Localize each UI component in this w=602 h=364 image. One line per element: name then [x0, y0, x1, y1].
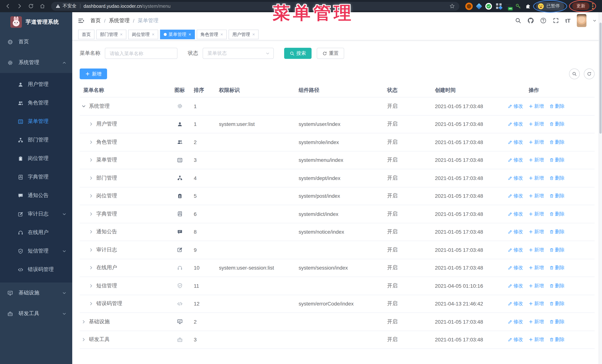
breadcrumb-system[interactable]: 系统管理 — [109, 17, 130, 24]
sidebar-item-dept[interactable]: 部门管理 — [0, 131, 72, 149]
sidebar-item-dev-tool[interactable]: 研发工具 — [0, 303, 72, 324]
breadcrumb-home[interactable]: 首页 — [90, 17, 101, 24]
close-icon[interactable]: × — [252, 32, 255, 37]
edit-link[interactable]: 修改 — [508, 157, 523, 164]
edit-link[interactable]: 修改 — [508, 103, 523, 110]
avatar-caret-down-icon[interactable] — [593, 19, 596, 22]
sidebar-item-role[interactable]: 角色管理 — [0, 94, 72, 112]
edit-link[interactable]: 修改 — [508, 229, 523, 235]
add-link[interactable]: 新增 — [529, 121, 544, 128]
delete-link[interactable]: 删除 — [549, 175, 565, 181]
extension-list-icon[interactable]: on — [506, 4, 511, 9]
add-link[interactable]: 新增 — [529, 265, 544, 271]
sidebar-item-audit-log[interactable]: 审计日志 — [0, 205, 72, 223]
edit-link[interactable]: 修改 — [508, 301, 523, 307]
browser-menu-icon[interactable] — [592, 3, 594, 9]
bookmark-star-icon[interactable] — [449, 3, 455, 9]
sidebar-item-system[interactable]: 系统管理 — [0, 52, 72, 73]
status-select[interactable]: 菜单状态 — [203, 48, 274, 59]
caret-down-icon[interactable] — [82, 104, 86, 108]
browser-profile-chip[interactable]: 已暂停 — [536, 2, 564, 10]
edit-link[interactable]: 修改 — [508, 336, 523, 343]
delete-link[interactable]: 删除 — [549, 336, 565, 343]
fullscreen-icon[interactable] — [553, 17, 559, 24]
edit-link[interactable]: 修改 — [508, 265, 523, 271]
browser-forward-button[interactable] — [15, 2, 23, 10]
add-link[interactable]: 新增 — [529, 318, 544, 325]
delete-link[interactable]: 删除 — [549, 265, 565, 271]
caret-right-icon[interactable] — [89, 284, 93, 288]
address-bar[interactable]: 不安全 dashboard.yudao.iocoder.cn /system/m… — [51, 2, 459, 10]
github-icon[interactable] — [527, 17, 534, 24]
tag-user[interactable]: 用户管理× — [229, 30, 258, 39]
sidebar-item-home[interactable]: 首页 — [0, 31, 72, 52]
user-avatar[interactable] — [577, 14, 586, 27]
delete-link[interactable]: 删除 — [549, 139, 565, 146]
caret-right-icon[interactable] — [89, 176, 93, 180]
help-icon[interactable] — [540, 17, 547, 24]
add-link[interactable]: 新增 — [529, 211, 544, 217]
sidebar-item-notice[interactable]: 通知公告 — [0, 186, 72, 205]
sidebar-item-infra[interactable]: 基础设施 — [0, 282, 72, 303]
tag-dept[interactable]: 部门管理× — [96, 30, 126, 39]
sidebar-item-user[interactable]: 用户管理 — [0, 75, 72, 94]
extension-check-icon[interactable] — [485, 3, 492, 10]
delete-link[interactable]: 删除 — [549, 318, 565, 325]
extension-key-icon[interactable] — [515, 3, 521, 9]
edit-link[interactable]: 修改 — [508, 175, 523, 181]
add-link[interactable]: 新增 — [529, 193, 544, 199]
close-icon[interactable]: × — [220, 32, 223, 37]
sidebar-item-menu[interactable]: 菜单管理 — [0, 112, 72, 131]
tag-role[interactable]: 角色管理× — [197, 30, 227, 39]
sidebar-item-dict[interactable]: 字典管理 — [0, 168, 72, 186]
delete-link[interactable]: 删除 — [549, 282, 565, 289]
sidebar-item-online-user[interactable]: 在线用户 — [0, 223, 72, 242]
delete-link[interactable]: 删除 — [549, 229, 565, 235]
caret-right-icon[interactable] — [89, 302, 93, 306]
add-link[interactable]: 新增 — [529, 301, 544, 307]
caret-right-icon[interactable] — [89, 230, 93, 234]
extension-donut-icon[interactable] — [465, 2, 473, 10]
tag-home[interactable]: 首页 — [78, 30, 95, 39]
add-link[interactable]: 新增 — [529, 247, 544, 253]
add-link[interactable]: 新增 — [529, 336, 544, 343]
extensions-puzzle-icon[interactable] — [525, 3, 531, 9]
caret-right-icon[interactable] — [89, 122, 93, 126]
delete-link[interactable]: 删除 — [549, 247, 565, 253]
add-link[interactable]: 新增 — [529, 157, 544, 164]
sidebar-logo[interactable]: 芋道管理系统 — [0, 12, 72, 31]
caret-right-icon[interactable] — [89, 266, 93, 270]
search-button[interactable]: 搜索 — [284, 48, 312, 59]
caret-right-icon[interactable] — [82, 320, 86, 324]
browser-back-button[interactable] — [4, 2, 12, 10]
tag-menu[interactable]: 菜单管理× — [160, 30, 195, 39]
browser-home-button[interactable] — [38, 2, 46, 10]
browser-reload-button[interactable] — [27, 2, 35, 10]
add-link[interactable]: 新增 — [529, 139, 544, 146]
delete-link[interactable]: 删除 — [549, 193, 565, 199]
caret-right-icon[interactable] — [89, 140, 93, 145]
edit-link[interactable]: 修改 — [508, 139, 523, 146]
edit-link[interactable]: 修改 — [508, 121, 523, 128]
extension-gem-icon[interactable] — [476, 3, 482, 9]
caret-right-icon[interactable] — [89, 212, 93, 216]
delete-link[interactable]: 删除 — [549, 157, 565, 164]
edit-link[interactable]: 修改 — [508, 282, 523, 289]
close-icon[interactable]: × — [120, 32, 123, 37]
caret-right-icon[interactable] — [82, 338, 86, 342]
add-link[interactable]: 新增 — [529, 175, 544, 181]
refresh-table-button[interactable] — [584, 69, 595, 79]
delete-link[interactable]: 删除 — [549, 121, 565, 128]
sidebar-item-error-code[interactable]: 错误码管理 — [0, 260, 72, 279]
edit-link[interactable]: 修改 — [508, 247, 523, 253]
edit-link[interactable]: 修改 — [508, 318, 523, 325]
delete-link[interactable]: 删除 — [549, 103, 565, 110]
sidebar-item-sms[interactable]: 短信管理 — [0, 242, 72, 260]
header-search-icon[interactable] — [515, 17, 521, 24]
add-link[interactable]: 新增 — [529, 282, 544, 289]
delete-link[interactable]: 删除 — [549, 211, 565, 217]
edit-link[interactable]: 修改 — [508, 193, 523, 199]
add-button[interactable]: 新增 — [80, 69, 107, 79]
extension-grid-icon[interactable] — [496, 3, 502, 9]
delete-link[interactable]: 删除 — [549, 301, 565, 307]
